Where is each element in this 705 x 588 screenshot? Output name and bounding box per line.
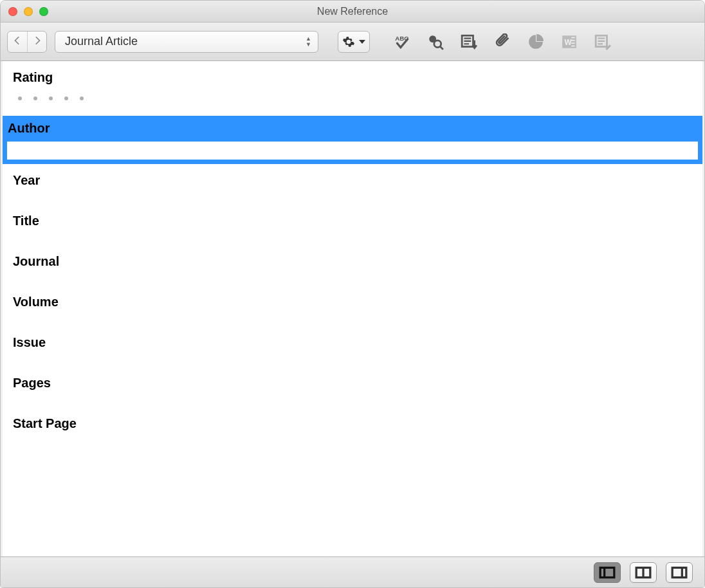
layout-single-button[interactable]	[594, 562, 621, 583]
fields-pane[interactable]: Rating Author Year Title Journal Volume …	[1, 61, 704, 556]
field-label-title: Title	[10, 210, 702, 232]
chevron-right-icon	[33, 36, 42, 45]
field-pages[interactable]: Pages	[3, 367, 702, 407]
bottom-bar	[1, 556, 704, 587]
word-plugin-button[interactable]: W	[556, 31, 582, 53]
select-stepper-icon: ▲▼	[306, 36, 311, 48]
window-titlebar: New Reference	[1, 1, 704, 23]
svg-text:W: W	[564, 38, 572, 47]
magnifier-link-icon	[427, 33, 444, 50]
rating-dot[interactable]	[64, 96, 68, 100]
field-label-pages: Pages	[10, 372, 702, 394]
layout-split-button[interactable]	[630, 562, 657, 583]
chart-button[interactable]	[523, 31, 549, 53]
nav-back-button[interactable]	[8, 32, 27, 52]
nav-forward-button[interactable]	[27, 32, 46, 52]
field-year[interactable]: Year	[3, 164, 702, 205]
spellcheck-button[interactable]: ABC	[389, 31, 415, 53]
edit-list-button[interactable]	[590, 31, 616, 53]
export-reference-button[interactable]	[456, 31, 482, 53]
rating-dot[interactable]	[49, 96, 53, 100]
field-start-page[interactable]: Start Page	[3, 407, 702, 448]
field-label-start-page: Start Page	[10, 412, 702, 435]
field-title[interactable]: Title	[3, 205, 702, 245]
reference-type-select[interactable]: Journal Article ▲▼	[55, 31, 318, 53]
svg-rect-22	[672, 567, 686, 577]
field-volume[interactable]: Volume	[3, 286, 702, 326]
rating-dot[interactable]	[80, 96, 84, 100]
rating-dot[interactable]	[33, 96, 37, 100]
paperclip-icon	[494, 33, 511, 50]
layout-right-button[interactable]	[666, 562, 693, 583]
nav-segment	[7, 31, 47, 53]
toolbar: Journal Article ▲▼ ABC	[1, 23, 704, 61]
find-reference-button[interactable]	[423, 31, 448, 53]
window-title: New Reference	[1, 6, 704, 17]
rating-dot[interactable]	[18, 96, 22, 100]
pie-chart-icon	[527, 33, 544, 50]
svg-rect-18	[600, 567, 614, 577]
attach-file-button[interactable]	[490, 31, 515, 53]
list-edit-icon	[594, 33, 611, 50]
field-label-volume: Volume	[10, 291, 702, 313]
field-label-issue: Issue	[10, 331, 702, 354]
gear-icon	[342, 35, 355, 48]
list-download-icon	[461, 33, 477, 50]
field-label-journal: Journal	[10, 250, 702, 273]
field-label-year: Year	[10, 169, 702, 192]
chevron-down-icon	[359, 39, 365, 45]
author-input[interactable]	[6, 141, 699, 160]
layout-right-icon	[671, 566, 688, 579]
field-label-author: Author	[3, 116, 702, 141]
spellcheck-icon: ABC	[394, 33, 410, 50]
field-author[interactable]: Author	[3, 116, 702, 164]
field-journal[interactable]: Journal	[3, 245, 702, 286]
reference-type-value: Journal Article	[65, 35, 138, 48]
layout-split-icon	[635, 566, 652, 579]
rating-control[interactable]	[10, 89, 702, 103]
layout-single-icon	[599, 566, 616, 579]
field-issue[interactable]: Issue	[3, 326, 702, 367]
chevron-left-icon	[13, 36, 22, 45]
settings-menu-button[interactable]	[338, 31, 370, 53]
field-rating[interactable]: Rating	[3, 61, 702, 116]
svg-line-3	[440, 46, 443, 49]
word-icon: W	[561, 33, 578, 50]
field-label-rating: Rating	[10, 66, 702, 89]
